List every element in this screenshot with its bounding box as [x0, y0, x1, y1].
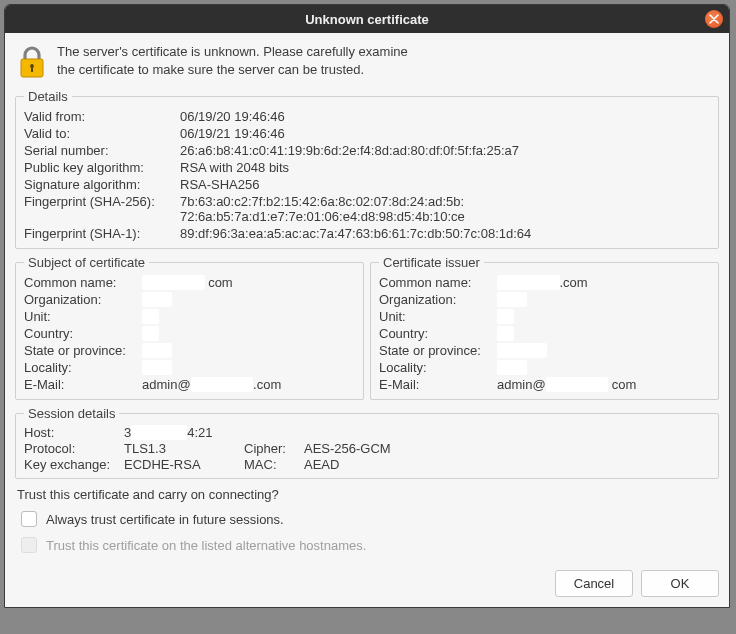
valid-from-value: 06/19/20 19:46:46 — [180, 109, 710, 124]
serial-value: 26:a6:b8:41:c0:41:19:9b:6d:2e:f4:8d:ad:8… — [180, 143, 710, 158]
subject-org-value: xxxx — [142, 292, 355, 307]
issuer-group: Certificate issuer Common name:xxxxxxxxx… — [370, 255, 719, 400]
svg-rect-2 — [31, 67, 33, 72]
details-legend: Details — [24, 89, 72, 104]
always-trust-label: Always trust certificate in future sessi… — [46, 512, 284, 527]
valid-to-value: 06/19/21 19:46:46 — [180, 126, 710, 141]
cipher-value: AES-256-GCM — [304, 441, 710, 456]
subject-group: Subject of certificate Common name:xxxxx… — [15, 255, 364, 400]
sigalg-label: Signature algorithm: — [24, 177, 172, 192]
issuer-country-label: Country: — [379, 326, 489, 341]
issuer-locality-label: Locality: — [379, 360, 489, 375]
session-group: Session details Host: 3xxxxxxxx4:21 Prot… — [15, 406, 719, 479]
issuer-state-value: xxxxxxx — [497, 343, 710, 358]
valid-to-label: Valid to: — [24, 126, 172, 141]
subject-unit-label: Unit: — [24, 309, 134, 324]
kex-value: ECDHE-RSA — [124, 457, 244, 472]
window-title: Unknown certificate — [305, 12, 429, 27]
fp256-label: Fingerprint (SHA-256): — [24, 194, 172, 224]
sigalg-value: RSA-SHA256 — [180, 177, 710, 192]
trust-alt-checkbox — [21, 537, 37, 553]
subject-country-value: xx — [142, 326, 355, 341]
lock-warning-icon — [17, 45, 47, 81]
titlebar[interactable]: Unknown certificate — [5, 5, 729, 33]
subject-locality-value: xxxx — [142, 360, 355, 375]
subject-locality-label: Locality: — [24, 360, 134, 375]
close-icon[interactable] — [705, 10, 723, 28]
subject-state-label: State or province: — [24, 343, 134, 358]
issuer-unit-label: Unit: — [379, 309, 489, 324]
host-label: Host: — [24, 425, 124, 440]
mac-value: AEAD — [304, 457, 710, 472]
warning-text: The server's certificate is unknown. Ple… — [57, 43, 408, 78]
protocol-label: Protocol: — [24, 441, 124, 456]
issuer-cn-value: xxxxxxxxx.com — [497, 275, 710, 290]
always-trust-checkbox[interactable] — [21, 511, 37, 527]
pubkey-label: Public key algorithm: — [24, 160, 172, 175]
fp1-label: Fingerprint (SHA-1): — [24, 226, 172, 241]
subject-state-value: xxxx — [142, 343, 355, 358]
cancel-button[interactable]: Cancel — [555, 570, 633, 597]
issuer-legend: Certificate issuer — [379, 255, 484, 270]
valid-from-label: Valid from: — [24, 109, 172, 124]
ok-button[interactable]: OK — [641, 570, 719, 597]
subject-email-label: E-Mail: — [24, 377, 134, 392]
fp1-value: 89:df:96:3a:ea:a5:ac:ac:7a:47:63:b6:61:7… — [180, 226, 710, 241]
protocol-value: TLS1.3 — [124, 441, 244, 456]
issuer-email-value: admin@xxxxxxxxx com — [497, 377, 710, 392]
subject-email-value: admin@xxxxxxxxx.com — [142, 377, 355, 392]
mac-label: MAC: — [244, 457, 304, 472]
issuer-org-label: Organization: — [379, 292, 489, 307]
issuer-country-value: xx — [497, 326, 710, 341]
subject-country-label: Country: — [24, 326, 134, 341]
pubkey-value: RSA with 2048 bits — [180, 160, 710, 175]
kex-label: Key exchange: — [24, 457, 124, 472]
dialog-content: The server's certificate is unknown. Ple… — [5, 33, 729, 607]
issuer-email-label: E-Mail: — [379, 377, 489, 392]
subject-unit-value: xx — [142, 309, 355, 324]
always-trust-row[interactable]: Always trust certificate in future sessi… — [17, 508, 719, 530]
subject-cn-label: Common name: — [24, 275, 134, 290]
serial-label: Serial number: — [24, 143, 172, 158]
trust-question: Trust this certificate and carry on conn… — [17, 487, 717, 502]
session-legend: Session details — [24, 406, 119, 421]
issuer-locality-value: xxxx — [497, 360, 710, 375]
issuer-unit-value: xx — [497, 309, 710, 324]
dialog-window: Unknown certificate The server's certifi… — [4, 4, 730, 608]
trust-alt-label: Trust this certificate on the listed alt… — [46, 538, 366, 553]
subject-cn-value: xxxxxxxxx com — [142, 275, 355, 290]
issuer-state-label: State or province: — [379, 343, 489, 358]
host-value: 3xxxxxxxx4:21 — [124, 425, 710, 440]
issuer-org-value: xxxx — [497, 292, 710, 307]
issuer-cn-label: Common name: — [379, 275, 489, 290]
trust-alt-row: Trust this certificate on the listed alt… — [17, 534, 719, 556]
details-group: Details Valid from:06/19/20 19:46:46 Val… — [15, 89, 719, 249]
cipher-label: Cipher: — [244, 441, 304, 456]
fp256-value: 7b:63:a0:c2:7f:b2:15:42:6a:8c:02:07:8d:2… — [180, 194, 710, 224]
subject-org-label: Organization: — [24, 292, 134, 307]
subject-legend: Subject of certificate — [24, 255, 149, 270]
